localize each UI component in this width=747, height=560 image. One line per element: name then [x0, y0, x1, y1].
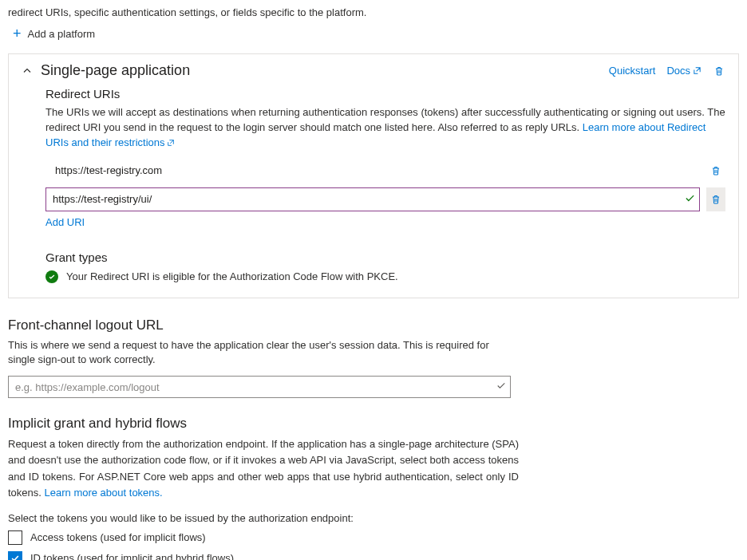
external-link-icon	[693, 66, 702, 75]
grant-status-row: Your Redirect URI is eligible for the Au…	[45, 270, 725, 283]
add-platform-label: Add a platform	[28, 28, 96, 40]
success-check-icon	[45, 270, 58, 283]
redirect-uri-input[interactable]	[45, 187, 700, 211]
add-uri-button[interactable]: Add URI	[45, 216, 725, 228]
implicit-learn-more-link[interactable]: Learn more about tokens.	[45, 487, 163, 499]
delete-platform-button[interactable]	[713, 65, 725, 77]
add-platform-button[interactable]: + Add a platform	[13, 26, 739, 41]
delete-uri-button[interactable]	[706, 159, 725, 183]
delete-uri-button[interactable]	[706, 187, 725, 211]
external-link-icon	[167, 139, 175, 147]
spa-panel-title: Single-page application	[41, 62, 190, 79]
grant-types-heading: Grant types	[45, 250, 725, 264]
checkbox-box	[8, 551, 22, 560]
implicit-section: Implicit grant and hybrid flows Request …	[8, 416, 739, 560]
intro-text-fragment: redirect URIs, specific authentication s…	[8, 6, 739, 18]
front-channel-title: Front-channel logout URL	[8, 317, 739, 333]
redirect-uri-row	[45, 187, 725, 211]
access-tokens-checkbox[interactable]: Access tokens (used for implicit flows)	[8, 530, 739, 545]
spa-panel-header: Single-page application Quickstart Docs	[22, 62, 725, 79]
redirect-uris-description: The URIs we will accept as destinations …	[45, 105, 725, 151]
implicit-description: Request a token directly from the author…	[8, 436, 519, 501]
access-tokens-label: Access tokens (used for implicit flows)	[30, 531, 206, 543]
id-tokens-checkbox[interactable]: ID tokens (used for implicit and hybrid …	[8, 551, 739, 560]
docs-link[interactable]: Docs	[666, 65, 702, 77]
front-channel-section: Front-channel logout URL This is where w…	[8, 317, 739, 399]
redirect-uri-value[interactable]: https://test-registry.com	[45, 161, 700, 179]
checkbox-box	[8, 530, 22, 545]
spa-panel: Single-page application Quickstart Docs …	[8, 53, 739, 298]
logout-url-input[interactable]	[8, 376, 511, 398]
redirect-uris-heading: Redirect URIs	[45, 87, 725, 101]
grant-status-text: Your Redirect URI is eligible for the Au…	[66, 270, 398, 282]
redirect-uri-list: https://test-registry.com	[45, 159, 725, 211]
front-channel-description: This is where we send a request to have …	[8, 338, 519, 369]
docs-link-label: Docs	[666, 65, 690, 77]
select-tokens-label: Select the tokens you would like to be i…	[8, 512, 739, 524]
collapse-chevron-icon[interactable]	[22, 65, 33, 77]
redirect-uri-row: https://test-registry.com	[45, 159, 725, 183]
id-tokens-label: ID tokens (used for implicit and hybrid …	[30, 552, 234, 560]
implicit-title: Implicit grant and hybrid flows	[8, 416, 739, 432]
plus-icon: +	[13, 26, 22, 41]
quickstart-link[interactable]: Quickstart	[609, 65, 656, 77]
